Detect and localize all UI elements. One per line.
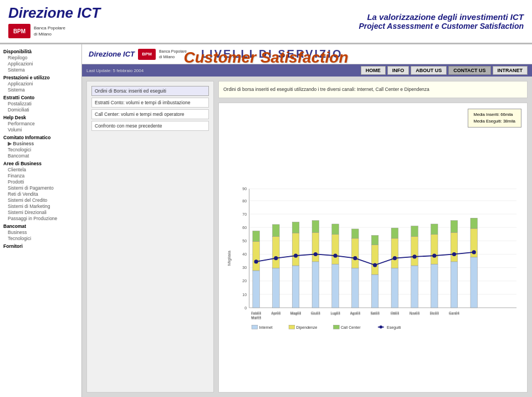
nav-contact-button[interactable]: CONTACT US: [448, 66, 490, 75]
eseguiti-dot-8: [393, 256, 397, 260]
media-eseguiti-label: Media Eseguiti: 38mila: [474, 118, 515, 125]
svg-text:Gen04: Gen04: [449, 310, 459, 314]
legend-eseguiti-text: Eseguiti: [387, 325, 401, 330]
sidebar-item-sistema1[interactable]: Sistema: [3, 67, 78, 73]
sidebar-item-applicazioni2[interactable]: Applicazioni: [3, 81, 78, 86]
sidebar-header-aree: Aree di Business: [3, 161, 78, 166]
svg-rect-23: [253, 241, 260, 271]
svg-rect-33: [292, 222, 299, 233]
svg-rect-69: [470, 218, 478, 228]
sidebar-item-volumi[interactable]: Volumi: [3, 127, 78, 133]
sidebar-header-helpdesk: Help Desk: [3, 115, 78, 120]
bank-name: Banca Popolare di Milano: [34, 25, 65, 37]
svg-rect-49: [371, 235, 378, 245]
content-bpm-logo: BPM: [138, 49, 156, 60]
svg-text:Set03: Set03: [370, 310, 380, 314]
menu-item-callcenter[interactable]: Call Center: volumi e tempi medi operato…: [91, 109, 209, 119]
sidebar: Disponibilità Riepilogo Applicazioni Sis…: [0, 44, 82, 397]
svg-text:30: 30: [242, 266, 247, 270]
sidebar-item-sistemi-marketing[interactable]: Sistemi di Marketing: [3, 203, 78, 209]
sidebar-header-estratti: Estratti Conto: [3, 95, 78, 100]
nav-info-button[interactable]: INFO: [387, 66, 410, 75]
sidebar-section-disponibilita: Disponibilità Riepilogo Applicazioni Sis…: [3, 49, 78, 73]
sidebar-item-business2[interactable]: Business: [3, 230, 78, 235]
sidebar-item-performance[interactable]: Performance: [3, 121, 78, 126]
svg-rect-53: [391, 228, 398, 238]
svg-rect-39: [332, 264, 339, 308]
eseguiti-dot-6: [353, 256, 357, 260]
sidebar-item-applicazioni1[interactable]: Applicazioni: [3, 61, 78, 67]
svg-text:Apr03: Apr03: [272, 310, 281, 314]
svg-rect-41: [332, 224, 339, 235]
sidebar-item-business1[interactable]: ▶ Business: [3, 141, 78, 146]
menu-item-confronto[interactable]: Confronto con mese precedente: [91, 121, 209, 131]
svg-text:50: 50: [242, 239, 247, 243]
svg-rect-48: [371, 245, 378, 274]
header-title: Direzione ICT: [8, 4, 100, 22]
svg-rect-52: [391, 238, 398, 268]
sidebar-item-sistema2[interactable]: Sistema: [3, 87, 78, 93]
legend-callcenter-text: Call Center: [341, 325, 361, 330]
sidebar-item-sistemi-direzionali[interactable]: Sistemi Direzionali: [3, 210, 78, 215]
right-panel: Ordini di borsa inseriti ed eseguiti uti…: [218, 81, 528, 393]
legend-dipendenze-swatch: [289, 325, 295, 329]
menu-item-estratti[interactable]: Estratti Conto: volumi e tempi di imbust…: [91, 98, 209, 108]
eseguiti-dot-4: [314, 252, 318, 256]
sidebar-item-sistemi-pagamento[interactable]: Sistemi di Pagamento: [3, 185, 78, 191]
svg-rect-59: [431, 264, 438, 308]
legend-eseguiti-dot: [380, 325, 382, 328]
svg-rect-43: [352, 268, 359, 307]
svg-rect-28: [273, 236, 280, 268]
sidebar-item-sistemi-credito[interactable]: Sistemi del Credito: [3, 197, 78, 203]
svg-text:Lug03: Lug03: [330, 310, 340, 314]
sidebar-section-bancomat: Bancomat Business Tecnologici: [3, 223, 78, 241]
nav-date: Last Update: 5 febbraio 2004: [86, 68, 359, 73]
sidebar-item-riepilogo[interactable]: Riepilogo: [3, 55, 78, 60]
sidebar-item-bancomat1[interactable]: Bancomat: [3, 153, 78, 159]
sidebar-item-postalizzati[interactable]: Postalizzati: [3, 101, 78, 106]
sidebar-item-domiciliati[interactable]: Domiciliati: [3, 107, 78, 113]
nav-home-button[interactable]: HOME: [361, 66, 386, 75]
svg-text:Feb03: Feb03: [251, 310, 261, 314]
menu-item-ordini[interactable]: Ordini di Borsa: inseriti ed eseguiti: [91, 86, 209, 96]
sidebar-item-prodotti[interactable]: Prodotti: [3, 179, 78, 185]
sidebar-item-tecnologici1[interactable]: Tecnologici: [3, 147, 78, 152]
sidebar-item-tecnologici2[interactable]: Tecnologici: [3, 236, 78, 241]
svg-text:40: 40: [242, 252, 247, 257]
sidebar-item-clientela[interactable]: Clientela: [3, 167, 78, 172]
bar-group-nov03: Dic03: [430, 224, 439, 315]
bar-group-mag03: Giu03: [311, 220, 320, 315]
svg-rect-35: [312, 262, 319, 308]
svg-text:0: 0: [244, 306, 247, 310]
sidebar-section-prestazioni: Prestazioni e utilizzo Applicazioni Sist…: [3, 75, 78, 93]
media-inseriti-label: Media Inseriti: 66mila: [474, 111, 515, 118]
sidebar-section-helpdesk: Help Desk Performance Volumi: [3, 115, 78, 133]
chart-legend-box: Media Inseriti: 66mila Media Eseguiti: 3…: [468, 109, 521, 128]
sidebar-header-comitato: Comitato Informatico: [3, 135, 78, 140]
eseguiti-dot-11: [452, 252, 456, 256]
svg-text:90: 90: [242, 187, 247, 191]
header-right-subtitle: Project Assessment e Customer Satisfacti…: [359, 22, 524, 30]
sidebar-item-finanza[interactable]: Finanza: [3, 173, 78, 179]
sidebar-header-prestazioni: Prestazioni e utilizzo: [3, 75, 78, 80]
nav-intranet-button[interactable]: INTRANET: [493, 66, 528, 75]
header: Direzione ICT BPM Banca Popolare di Mila…: [0, 0, 532, 44]
sidebar-section-fornitori: Fornitori: [3, 243, 78, 249]
header-right-title: La valorizzazione degli investimenti ICT: [359, 12, 524, 22]
sidebar-item-passaggi[interactable]: Passaggi in Produzione: [3, 216, 78, 221]
svg-rect-36: [312, 232, 319, 262]
info-box: Ordini di borsa inseriti ed eseguiti uti…: [218, 81, 528, 98]
nav-about-button[interactable]: ABOUT US: [411, 66, 447, 75]
svg-rect-47: [371, 274, 378, 308]
svg-text:Dic03: Dic03: [430, 310, 439, 314]
svg-text:Ago03: Ago03: [350, 310, 361, 314]
svg-rect-67: [470, 257, 478, 308]
svg-rect-40: [332, 234, 339, 264]
legend-dipendenze-text: Dipendenze: [296, 325, 318, 330]
sidebar-item-reti-vendita[interactable]: Reti di Vendita: [3, 191, 78, 197]
chart-legend-area: Media Inseriti: 66mila Media Eseguiti: 3…: [224, 109, 521, 128]
svg-rect-44: [352, 238, 359, 268]
legend-internet-text: Internet: [259, 325, 273, 330]
eseguiti-dot-2: [274, 256, 278, 260]
content-logo-area: Direzione ICT BPM Banca Popolare di Mila…: [89, 49, 187, 60]
